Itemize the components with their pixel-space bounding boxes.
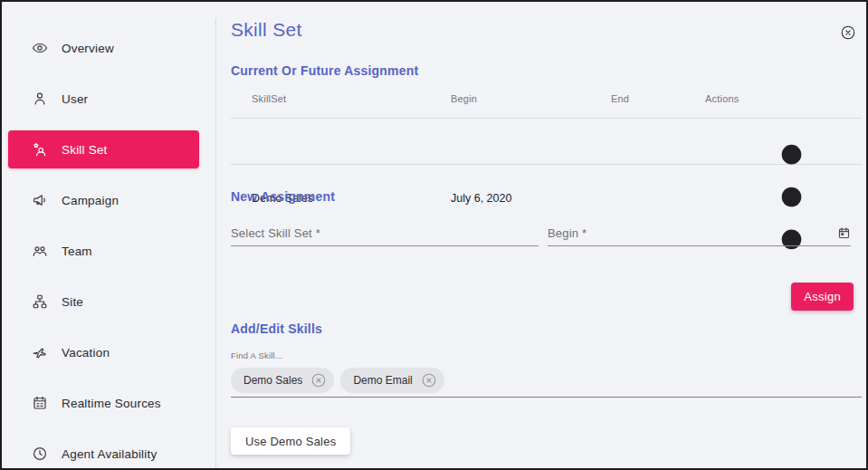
calendar-grid-icon: [32, 395, 48, 411]
sidebar-item-label: Vacation: [62, 346, 110, 360]
skill-chip-demo-email: Demo Email: [340, 368, 444, 393]
sidebar-item-label: User: [62, 92, 88, 106]
sidebar-item-team[interactable]: Team: [8, 232, 199, 270]
find-skill-label: Find A Skill...: [231, 350, 862, 360]
sidebar-item-vacation[interactable]: Vacation: [8, 333, 199, 371]
sidebar-item-label: Site: [62, 295, 83, 309]
skill-set-dialog: Overview User Skill Set Campaign Team: [0, 0, 868, 470]
add-edit-skills-heading: Add/Edit Skills: [231, 321, 862, 337]
use-demo-sales-button[interactable]: Use Demo Sales: [231, 427, 350, 455]
airplane-icon: [32, 344, 48, 360]
chip-label: Demo Sales: [243, 374, 302, 387]
megaphone-icon: [32, 192, 48, 208]
sidebar-item-label: Agent Availability: [62, 447, 157, 461]
page-title: Skill Set: [231, 16, 302, 43]
begin-date-field[interactable]: Begin *: [548, 226, 851, 246]
begin-placeholder: Begin *: [548, 226, 587, 240]
sidebar-item-label: Skill Set: [62, 143, 108, 157]
sidebar-item-skill-set[interactable]: Skill Set: [8, 130, 199, 168]
sidebar: Overview User Skill Set Campaign Team: [2, 2, 215, 468]
current-assignment-heading: Current Or Future Assignment: [231, 62, 862, 79]
select-skill-set-field[interactable]: Select Skill Set *: [231, 226, 539, 246]
main-header: Skill Set: [231, 16, 862, 43]
sidebar-item-label: Team: [62, 245, 92, 258]
main-panel: Skill Set Current Or Future Assignment S…: [215, 2, 866, 468]
calendar-icon[interactable]: [837, 226, 851, 240]
sidebar-item-label: Overview: [62, 42, 114, 55]
sidebar-item-site[interactable]: Site: [8, 283, 199, 321]
chip-remove-icon[interactable]: [310, 372, 327, 388]
sidebar-item-label: Realtime Sources: [62, 397, 161, 410]
sidebar-item-user[interactable]: User: [8, 80, 199, 118]
new-assignment-form: Select Skill Set * Begin *: [231, 226, 862, 246]
table-row: Demo Sales July 6, 2020: [231, 119, 862, 164]
column-header-end: End: [611, 93, 705, 104]
sidebar-item-agent-availability[interactable]: Agent Availability: [8, 435, 199, 470]
select-skill-set-placeholder: Select Skill Set *: [231, 226, 320, 240]
eye-icon: [32, 40, 48, 56]
chip-remove-icon[interactable]: [421, 372, 437, 388]
skill-chips-input[interactable]: Demo Sales Demo Email: [231, 368, 862, 398]
close-icon[interactable]: [840, 24, 856, 41]
column-header-actions: Actions: [705, 93, 862, 104]
skill-set-icon: [32, 141, 48, 158]
cell-begin: July 6, 2020: [451, 192, 611, 205]
sidebar-item-overview[interactable]: Overview: [8, 29, 199, 67]
assign-row: Assign: [231, 283, 862, 311]
kebab-menu-icon[interactable]: [713, 265, 868, 278]
chip-label: Demo Email: [353, 374, 412, 387]
column-header-skillset: SkillSet: [231, 93, 451, 104]
assignment-table-header: SkillSet Begin End Actions: [231, 79, 862, 118]
sidebar-item-campaign[interactable]: Campaign: [8, 181, 199, 219]
user-icon: [32, 91, 48, 107]
assign-button[interactable]: Assign: [791, 283, 854, 311]
clock-icon: [32, 446, 48, 462]
sidebar-item-realtime-sources[interactable]: Realtime Sources: [8, 384, 199, 422]
column-header-begin: Begin: [451, 93, 611, 104]
sitemap-icon: [32, 293, 48, 310]
team-icon: [32, 243, 48, 259]
skill-chip-demo-sales: Demo Sales: [231, 368, 334, 393]
sidebar-item-label: Campaign: [62, 194, 119, 207]
